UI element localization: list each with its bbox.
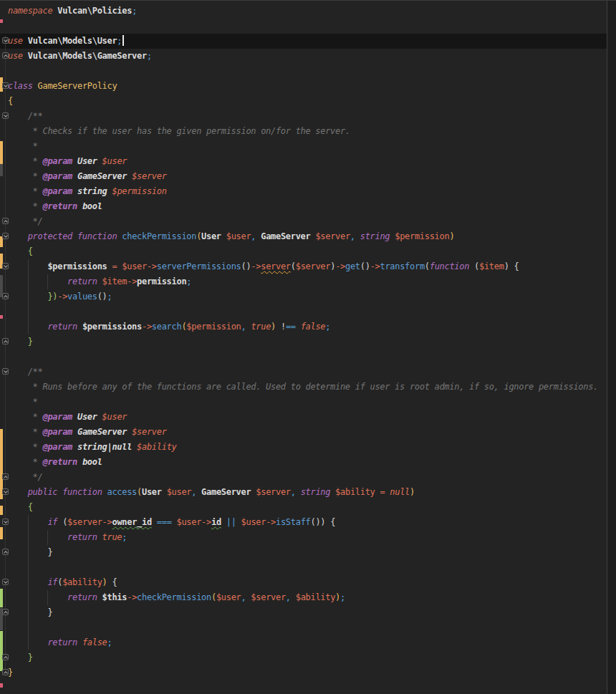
code-token: -> xyxy=(201,517,211,527)
code-line-13[interactable]: * @param string $permission xyxy=(0,184,607,199)
indent-guide xyxy=(47,590,48,605)
fold-expand-icon[interactable] xyxy=(2,37,9,44)
code-line-15[interactable]: */ xyxy=(0,214,607,229)
code-line-26[interactable]: * Runs before any of the functions are c… xyxy=(0,380,607,395)
code-line-22[interactable]: return $permissions->search($permission,… xyxy=(0,319,607,334)
code-token: $item xyxy=(102,276,127,286)
code-line-28[interactable]: * @param User $user xyxy=(0,410,607,425)
fold-expand-icon[interactable] xyxy=(2,519,9,525)
code-token: GameServer xyxy=(201,487,256,497)
fold-collapse-icon[interactable] xyxy=(2,654,9,660)
code-token: $server xyxy=(251,592,285,602)
code-line-27[interactable]: * xyxy=(0,395,607,410)
fold-collapse-icon[interactable] xyxy=(2,669,9,675)
code-token: ; xyxy=(107,291,112,302)
code-token: * xyxy=(8,201,42,211)
code-line-38[interactable] xyxy=(0,560,607,575)
code-token: -> xyxy=(370,261,380,271)
code-line-4[interactable]: use Vulcan\Models\GameServer; xyxy=(0,49,607,64)
fold-collapse-icon[interactable] xyxy=(2,549,9,555)
code-token: $item xyxy=(479,261,504,271)
code-line-42[interactable] xyxy=(0,620,607,635)
code-token: class xyxy=(8,81,38,91)
code-line-35[interactable]: if ($server->owner_id === $user->id || $… xyxy=(0,515,607,530)
fold-expand-icon[interactable] xyxy=(2,112,9,119)
code-line-16[interactable]: protected function checkPermission(User … xyxy=(0,229,607,244)
git-change-mark xyxy=(0,506,3,515)
code-line-19[interactable]: return $item->permission; xyxy=(0,274,607,289)
code-line-30[interactable]: * @param string|null $ability xyxy=(0,440,607,455)
code-line-32[interactable]: */ xyxy=(0,470,607,485)
code-line-23[interactable]: } xyxy=(0,334,607,350)
code-line-2[interactable] xyxy=(0,19,607,34)
code-line-1[interactable]: namespace Vulcan\Policies; xyxy=(0,4,607,19)
code-line-37[interactable]: } xyxy=(0,545,607,560)
code-line-8[interactable]: /** xyxy=(0,109,607,124)
code-token: * xyxy=(8,156,42,166)
code-line-41[interactable]: } xyxy=(0,605,607,620)
code-token: return xyxy=(8,637,82,647)
code-line-20[interactable]: })->values(); xyxy=(0,289,607,304)
code-token: ( xyxy=(474,261,479,271)
code-line-45[interactable]: } xyxy=(0,665,607,680)
code-token: GameServer xyxy=(72,427,132,437)
code-line-5[interactable] xyxy=(0,64,607,79)
fold-collapse-icon[interactable] xyxy=(2,338,9,344)
fold-collapse-icon[interactable] xyxy=(2,218,9,224)
code-line-39[interactable]: if($ability) { xyxy=(0,575,607,590)
code-token: $this xyxy=(102,592,127,602)
code-token: * xyxy=(8,397,38,407)
fold-collapse-icon[interactable] xyxy=(2,52,9,59)
fold-expand-icon[interactable] xyxy=(2,233,9,239)
code-token: ) { xyxy=(504,261,519,271)
code-line-25[interactable]: /** xyxy=(0,365,607,380)
code-line-17[interactable]: { xyxy=(0,244,607,259)
code-token: { xyxy=(8,246,33,256)
code-line-44[interactable]: } xyxy=(0,650,607,665)
code-token: * xyxy=(8,442,42,452)
text-caret xyxy=(122,35,124,46)
code-token: , xyxy=(251,231,261,241)
code-line-3[interactable]: use Vulcan\Models\User; xyxy=(0,34,607,49)
code-token: $user xyxy=(122,261,147,271)
code-line-9[interactable]: * Checks if the user has the given permi… xyxy=(0,124,607,139)
code-line-21[interactable] xyxy=(0,304,607,319)
code-token: ; xyxy=(340,592,345,602)
code-line-24[interactable] xyxy=(0,350,607,365)
code-token: User xyxy=(201,231,226,241)
code-token: if xyxy=(8,517,62,527)
indent-guide xyxy=(28,620,29,635)
indent-guide xyxy=(47,530,48,545)
fold-expand-icon[interactable] xyxy=(2,488,9,495)
code-line-29[interactable]: * @param GameServer $server xyxy=(0,425,607,440)
code-line-33[interactable]: public function access(User $user, GameS… xyxy=(0,485,607,500)
code-line-12[interactable]: * @param GameServer $server xyxy=(0,169,607,184)
code-token: $ability xyxy=(62,577,102,587)
fold-expand-icon[interactable] xyxy=(2,368,9,375)
code-token: === xyxy=(152,517,177,527)
code-line-43[interactable]: return false; xyxy=(0,635,607,650)
code-line-34[interactable]: { xyxy=(0,500,607,515)
fold-collapse-icon[interactable] xyxy=(2,473,9,480)
code-line-10[interactable]: * xyxy=(0,139,607,154)
code-editor-pane[interactable]: namespace Vulcan\Policies;use Vulcan\Mod… xyxy=(0,4,607,680)
code-line-36[interactable]: return true; xyxy=(0,530,607,545)
code-line-18[interactable]: $permissions = $user->serverPermissions(… xyxy=(0,259,607,274)
code-line-31[interactable]: * @return bool xyxy=(0,455,607,470)
fold-collapse-icon[interactable] xyxy=(2,609,9,615)
code-token: bool xyxy=(77,457,102,467)
code-token: @param xyxy=(42,171,72,181)
code-line-40[interactable]: return $this->checkPermission($user, $se… xyxy=(0,590,607,605)
code-token: true xyxy=(102,532,122,542)
fold-collapse-icon[interactable] xyxy=(2,293,9,299)
fold-expand-icon[interactable] xyxy=(2,82,9,89)
code-line-7[interactable]: { xyxy=(0,94,607,109)
code-token: } xyxy=(8,547,52,557)
fold-expand-icon[interactable] xyxy=(2,579,9,585)
code-line-6[interactable]: class GameServerPolicy xyxy=(0,79,607,94)
code-line-14[interactable]: * @return bool xyxy=(0,199,607,214)
code-token: ; xyxy=(325,322,330,332)
scrollbar-track[interactable] xyxy=(607,0,616,694)
fold-expand-icon[interactable] xyxy=(2,263,9,269)
code-line-11[interactable]: * @param User $user xyxy=(0,154,607,169)
